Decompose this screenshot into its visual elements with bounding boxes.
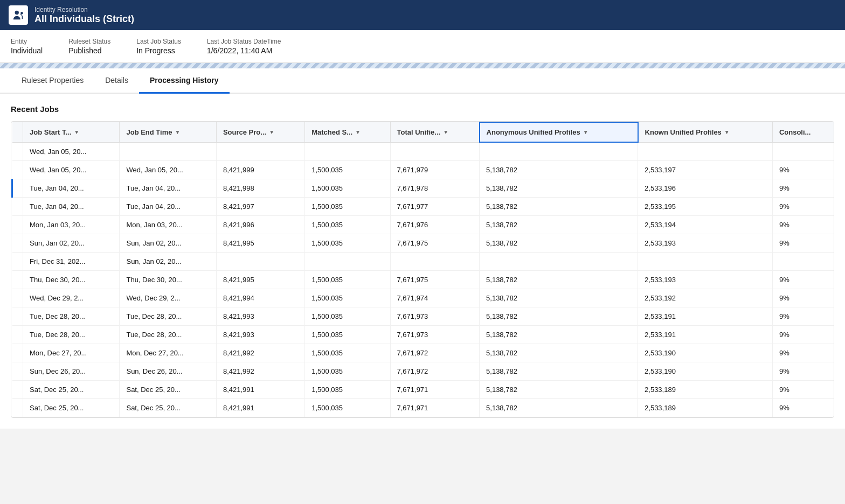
cell-source_pro: 8,421,993 xyxy=(216,325,304,344)
cell-total_unified: 7,671,971 xyxy=(390,380,480,398)
table-row: Sun, Jan 02, 20...Sun, Jan 02, 20...8,42… xyxy=(12,234,834,252)
cell-source_pro: 8,421,991 xyxy=(216,380,304,398)
col-header-known-unified[interactable]: Known Unified Profiles ▼ xyxy=(638,122,773,142)
table-row: Tue, Dec 28, 20...Tue, Dec 28, 20...8,42… xyxy=(12,325,834,344)
cell-known_unified: 2,533,192 xyxy=(638,289,773,307)
cell-source_pro: 8,421,999 xyxy=(216,160,304,179)
cell-job_start: Sun, Jan 02, 20... xyxy=(23,234,120,252)
cell-total_unified: 7,671,978 xyxy=(390,179,480,197)
cell-source_pro: 8,421,994 xyxy=(216,289,304,307)
table-row: Mon, Jan 03, 20...Mon, Jan 03, 20...8,42… xyxy=(12,215,834,234)
col-header-source-pro[interactable]: Source Pro... ▼ xyxy=(216,122,304,142)
cell-consoli xyxy=(772,252,834,270)
cell-job_start: Mon, Dec 27, 20... xyxy=(23,344,120,362)
jobs-table-wrapper: Job Start T... ▼ Job End Time ▼ Source P… xyxy=(11,121,834,418)
cell-consoli: 9% xyxy=(772,215,834,234)
col-header-matched-s[interactable]: Matched S... ▼ xyxy=(305,122,390,142)
cell-matched_s: 1,500,035 xyxy=(305,270,390,289)
cell-total_unified xyxy=(390,142,480,160)
row-index xyxy=(12,215,23,234)
tab-details[interactable]: Details xyxy=(94,68,139,94)
entity-value: Individual xyxy=(11,46,43,55)
breadcrumb: Identity Resolution xyxy=(34,6,134,13)
meta-last-job-dt: Last Job Status DateTime 1/6/2022, 11:40… xyxy=(207,38,281,55)
last-job-dt-label: Last Job Status DateTime xyxy=(207,38,281,45)
cell-known_unified xyxy=(638,252,773,270)
cell-source_pro: 8,421,998 xyxy=(216,179,304,197)
cell-job_start: Sat, Dec 25, 20... xyxy=(23,380,120,398)
cell-matched_s: 1,500,035 xyxy=(305,160,390,179)
cell-anon_unified: 5,138,782 xyxy=(480,234,638,252)
last-job-value: In Progress xyxy=(136,46,181,55)
cell-consoli: 9% xyxy=(772,344,834,362)
sort-icon-anon-unified: ▼ xyxy=(583,129,588,135)
cell-matched_s: 1,500,035 xyxy=(305,215,390,234)
cell-consoli: 9% xyxy=(772,289,834,307)
table-row: Wed, Jan 05, 20... xyxy=(12,142,834,160)
cell-anon_unified: 5,138,782 xyxy=(480,270,638,289)
cell-matched_s xyxy=(305,142,390,160)
row-index xyxy=(12,160,23,179)
table-row: Mon, Dec 27, 20...Mon, Dec 27, 20...8,42… xyxy=(12,344,834,362)
cell-job_start: Mon, Jan 03, 20... xyxy=(23,215,120,234)
cell-job_start: Tue, Jan 04, 20... xyxy=(23,197,120,215)
cell-job_end: Sat, Dec 25, 20... xyxy=(120,398,216,417)
page-title: All Individuals (Strict) xyxy=(34,13,134,25)
cell-source_pro: 8,421,995 xyxy=(216,270,304,289)
cell-job_end: Wed, Dec 29, 2... xyxy=(120,289,216,307)
cell-anon_unified: 5,138,782 xyxy=(480,380,638,398)
cell-source_pro: 8,421,992 xyxy=(216,362,304,380)
cell-consoli: 9% xyxy=(772,325,834,344)
col-header-job-start[interactable]: Job Start T... ▼ xyxy=(23,122,120,142)
entity-label: Entity xyxy=(11,38,43,45)
cell-anon_unified: 5,138,782 xyxy=(480,344,638,362)
row-index xyxy=(12,325,23,344)
cell-job_end: Tue, Dec 28, 20... xyxy=(120,307,216,325)
cell-known_unified: 2,533,193 xyxy=(638,234,773,252)
tab-processing-history[interactable]: Processing History xyxy=(139,68,230,94)
cell-anon_unified: 5,138,782 xyxy=(480,215,638,234)
section-title: Recent Jobs xyxy=(11,104,834,114)
cell-job_end: Mon, Jan 03, 20... xyxy=(120,215,216,234)
row-index xyxy=(12,362,23,380)
cell-matched_s: 1,500,035 xyxy=(305,344,390,362)
row-index xyxy=(12,234,23,252)
cell-job_end: Mon, Dec 27, 20... xyxy=(120,344,216,362)
tab-ruleset-properties[interactable]: Ruleset Properties xyxy=(11,68,94,94)
cell-anon_unified: 5,138,782 xyxy=(480,398,638,417)
cell-anon_unified xyxy=(480,142,638,160)
col-header-total-unified[interactable]: Total Unifie... ▼ xyxy=(390,122,480,142)
cell-matched_s: 1,500,035 xyxy=(305,179,390,197)
cell-source_pro: 8,421,993 xyxy=(216,307,304,325)
cell-total_unified xyxy=(390,252,480,270)
ruleset-label: Ruleset Status xyxy=(68,38,110,45)
cell-source_pro: 8,421,991 xyxy=(216,398,304,417)
cell-job_start: Fri, Dec 31, 202... xyxy=(23,252,120,270)
tabs-bar: Ruleset Properties Details Processing Hi… xyxy=(0,68,845,94)
cell-matched_s: 1,500,035 xyxy=(305,307,390,325)
cell-job_start: Wed, Jan 05, 20... xyxy=(23,142,120,160)
cell-known_unified: 2,533,196 xyxy=(638,179,773,197)
cell-anon_unified: 5,138,782 xyxy=(480,197,638,215)
table-row: Thu, Dec 30, 20...Thu, Dec 30, 20...8,42… xyxy=(12,270,834,289)
cell-consoli: 9% xyxy=(772,307,834,325)
cell-consoli: 9% xyxy=(772,179,834,197)
stripe-divider xyxy=(0,63,845,68)
cell-known_unified: 2,533,189 xyxy=(638,380,773,398)
col-header-anon-unified[interactable]: Anonymous Unified Profiles ▼ xyxy=(480,122,638,142)
col-header-job-end[interactable]: Job End Time ▼ xyxy=(120,122,216,142)
cell-job_end: Tue, Dec 28, 20... xyxy=(120,325,216,344)
table-row: Fri, Dec 31, 202...Sun, Jan 02, 20... xyxy=(12,252,834,270)
ruleset-value: Published xyxy=(68,46,110,55)
table-row: Tue, Jan 04, 20...Tue, Jan 04, 20...8,42… xyxy=(12,197,834,215)
row-index xyxy=(12,307,23,325)
last-job-dt-value: 1/6/2022, 11:40 AM xyxy=(207,46,281,55)
cell-matched_s xyxy=(305,252,390,270)
cell-job_end: Tue, Jan 04, 20... xyxy=(120,197,216,215)
cell-anon_unified: 5,138,782 xyxy=(480,289,638,307)
cell-total_unified: 7,671,977 xyxy=(390,197,480,215)
cell-consoli: 9% xyxy=(772,398,834,417)
cell-total_unified: 7,671,972 xyxy=(390,362,480,380)
col-header-consoli[interactable]: Consoli... xyxy=(772,122,834,142)
cell-matched_s: 1,500,035 xyxy=(305,325,390,344)
